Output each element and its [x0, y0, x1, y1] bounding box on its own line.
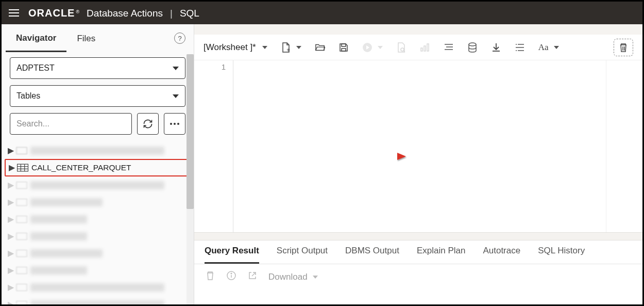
play-icon — [362, 42, 372, 53]
tree-item[interactable]: ▶ — [5, 228, 191, 245]
main-panel: [Worksheet ]* ✳ — [194, 24, 642, 304]
brand-logo-text: ORACLE — [28, 7, 75, 19]
worksheet-selector[interactable]: [Worksheet ]* — [204, 42, 267, 53]
expand-icon: ▶ — [9, 163, 14, 172]
svg-rect-12 — [16, 284, 27, 291]
sql-editor[interactable]: 1 — [194, 60, 642, 232]
svg-rect-8 — [16, 216, 27, 222]
chevron-down-icon — [173, 67, 179, 70]
svg-rect-7 — [16, 199, 27, 205]
editor-gutter: 1 — [194, 60, 233, 232]
schema-select-value: ADPTEST — [16, 63, 55, 73]
trash-icon[interactable] — [206, 270, 215, 283]
run-button[interactable] — [362, 42, 383, 53]
open-new-icon[interactable] — [248, 271, 257, 283]
object-type-select-value: Tables — [16, 91, 40, 101]
svg-point-26 — [469, 43, 476, 46]
sidebar-tabs: Navigator Files ? — [2, 24, 194, 52]
object-tree: ▶ ▶ CALL_CENTER_PARQUET ▶ ▶ ▶ ▶ ▶ ▶ ▶ ▶ — [2, 140, 194, 304]
trash-icon — [618, 42, 629, 53]
new-file-icon: ✳ — [281, 42, 291, 53]
tab-dbms-output[interactable]: DBMS Output — [345, 246, 399, 264]
chart-icon — [420, 42, 430, 53]
download-editor-button[interactable] — [491, 42, 501, 53]
search-placeholder: Search... — [16, 119, 49, 128]
svg-rect-6 — [16, 182, 27, 188]
tree-item[interactable]: ▶ — [5, 279, 191, 296]
more-actions-button[interactable] — [164, 113, 185, 135]
results-panel: Query Result Script Output DBMS Output E… — [194, 240, 642, 304]
tree-item-label: CALL_CENTER_PARQUET — [31, 163, 131, 172]
svg-text:✳: ✳ — [286, 47, 291, 53]
help-icon[interactable]: ? — [174, 33, 185, 44]
download-label: Download — [268, 272, 308, 282]
tab-autotrace[interactable]: Autotrace — [483, 246, 520, 264]
database-icon — [467, 42, 478, 53]
save-button[interactable] — [338, 42, 349, 53]
sql-toolbar: [Worksheet ]* ✳ — [194, 35, 642, 60]
autotrace-button[interactable] — [420, 42, 430, 53]
tree-item[interactable]: ▶ — [5, 194, 191, 211]
result-actions: Download — [194, 264, 642, 289]
folder-open-icon — [315, 42, 325, 53]
top-bar: ORACLE® Database Actions | SQL — [2, 2, 642, 24]
svg-rect-0 — [16, 147, 27, 154]
code-outline-button[interactable] — [515, 42, 525, 53]
table-icon — [17, 164, 28, 172]
refresh-icon — [143, 119, 153, 129]
svg-rect-10 — [16, 250, 27, 256]
save-icon — [338, 42, 349, 53]
line-number: 1 — [194, 62, 226, 71]
data-load-button[interactable] — [467, 42, 478, 53]
sidebar-scrollbar[interactable] — [187, 54, 194, 304]
refresh-button[interactable] — [137, 113, 159, 135]
svg-rect-22 — [427, 44, 429, 51]
svg-point-35 — [231, 273, 232, 274]
tab-files[interactable]: Files — [66, 25, 106, 51]
svg-line-36 — [252, 272, 256, 276]
tree-item[interactable]: ▶ — [5, 211, 191, 228]
tree-item-call-center-parquet[interactable]: ▶ CALL_CENTER_PARQUET — [5, 159, 191, 176]
font-size-button[interactable]: Aa — [538, 42, 559, 53]
open-file-button[interactable] — [315, 42, 325, 53]
download-icon — [491, 42, 501, 53]
tab-script-output[interactable]: Script Output — [277, 246, 328, 264]
chevron-down-icon — [296, 46, 301, 49]
tree-item[interactable]: ▶ — [5, 245, 191, 262]
object-type-select[interactable]: Tables — [10, 85, 185, 107]
search-input[interactable]: Search... — [10, 113, 132, 135]
clear-button[interactable] — [614, 39, 633, 56]
outline-icon — [515, 42, 525, 53]
worksheet-label: [Worksheet ]* — [204, 42, 256, 53]
chevron-down-icon — [173, 94, 179, 98]
info-icon[interactable] — [226, 270, 236, 283]
svg-rect-13 — [16, 301, 27, 304]
new-file-button[interactable]: ✳ — [281, 42, 301, 53]
svg-rect-16 — [342, 49, 346, 51]
chevron-down-icon — [262, 46, 267, 49]
tree-item[interactable]: ▶ — [5, 262, 191, 279]
explain-plan-button[interactable] — [396, 42, 406, 53]
svg-rect-11 — [16, 267, 27, 273]
editor-body[interactable] — [233, 60, 642, 232]
tree-item[interactable]: ▶ — [5, 142, 191, 159]
ellipsis-icon — [170, 123, 179, 125]
brand-title: ORACLE® Database Actions | SQL — [28, 7, 199, 19]
tree-item[interactable]: ▶ — [5, 296, 191, 304]
download-results-button[interactable]: Download — [268, 272, 318, 282]
tree-item[interactable]: ▶ — [5, 176, 191, 194]
navigator-sidebar: Navigator Files ? ADPTEST Tables Search.… — [2, 24, 194, 304]
format-button[interactable] — [444, 42, 454, 53]
chevron-down-icon — [378, 46, 383, 49]
tab-explain-plan[interactable]: Explain Plan — [417, 246, 466, 264]
tab-navigator[interactable]: Navigator — [6, 25, 66, 52]
tab-query-result[interactable]: Query Result — [205, 246, 259, 264]
panel-resizer[interactable] — [194, 232, 642, 240]
schema-select[interactable]: ADPTEST — [10, 57, 185, 79]
menu-icon[interactable] — [9, 9, 19, 17]
result-tabs: Query Result Script Output DBMS Output E… — [194, 240, 642, 264]
chevron-down-icon — [313, 276, 318, 279]
tab-sql-history[interactable]: SQL History — [538, 246, 585, 264]
svg-rect-20 — [421, 48, 422, 51]
document-magnify-icon — [396, 42, 406, 53]
